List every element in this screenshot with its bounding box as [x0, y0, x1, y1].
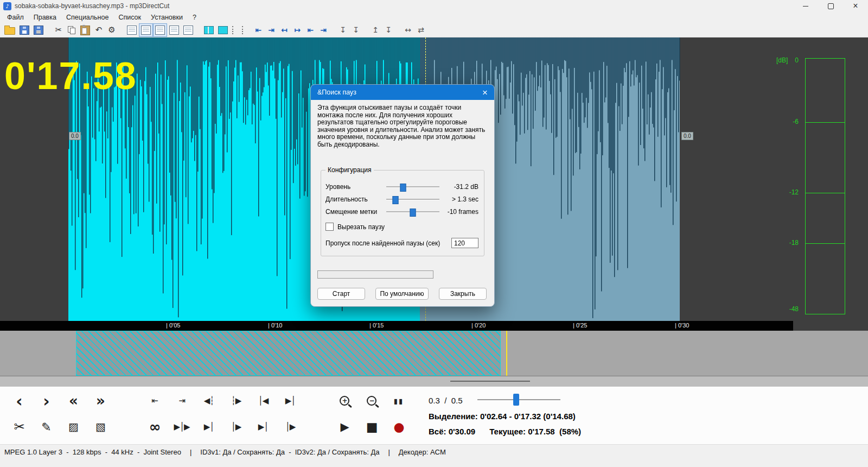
sel-start-button[interactable]: ◀┆ [195, 390, 222, 412]
save-list-icon[interactable] [34, 26, 43, 35]
prev-cue-button[interactable]: │◀ [250, 390, 277, 412]
cut-pause-checkbox[interactable] [326, 223, 334, 231]
zoom-slider-thumb[interactable] [513, 394, 519, 406]
jump-end-button[interactable]: ⇥ [168, 390, 195, 412]
edge-right-icon[interactable]: ↦ [293, 25, 302, 35]
level-up-icon[interactable]: ↥ [371, 25, 380, 35]
play-from-cut-button[interactable]: │▶ [222, 416, 250, 438]
vu-stereo-icon[interactable] [204, 26, 214, 34]
snap-right-icon[interactable]: ⇥ [319, 25, 328, 35]
snap-left-icon[interactable]: ⇤ [306, 25, 315, 35]
record-button[interactable]: ● [385, 416, 412, 438]
gain-marker-left[interactable]: 0.0 [69, 132, 81, 140]
dialog-close-button[interactable]: × [482, 88, 488, 97]
fast-back-button[interactable]: « [60, 390, 87, 415]
doc-view-3-icon[interactable] [155, 26, 165, 35]
marker-drop-2-icon[interactable]: ↧ [352, 25, 360, 35]
zoom-in-button[interactable]: + [331, 390, 358, 412]
overview-selection[interactable] [76, 331, 501, 376]
cue-right-icon[interactable]: ⇥ [267, 25, 276, 35]
fast-forward-button[interactable]: » [87, 390, 114, 415]
timeline-tick: | 0'05 [166, 322, 180, 329]
undo-icon[interactable]: ↶ [94, 25, 103, 35]
slider-track[interactable] [386, 207, 439, 216]
doc-view-1-icon[interactable] [127, 26, 137, 35]
slider-value: > 1.3 sec [443, 195, 478, 203]
sel-begin-button[interactable]: ▨ [60, 416, 87, 438]
slider-thumb[interactable] [392, 196, 398, 204]
doc-view-4-icon[interactable] [169, 26, 179, 35]
scroll-thumb[interactable] [450, 381, 530, 382]
menu-edit[interactable]: Правка [29, 12, 61, 22]
edge-left-icon[interactable]: ↤ [280, 25, 289, 35]
defaults-button[interactable]: По умолчанию [375, 288, 429, 300]
expand-horizontal-icon[interactable]: ↔ [404, 25, 412, 35]
play-after-button[interactable]: │▶ [277, 416, 304, 438]
status-format: MPEG 1.0 Layer 3 - 128 kbps - 44 kHz - J… [4, 448, 181, 456]
sel-finish-button[interactable]: ▧ [87, 416, 114, 438]
settings-gear-icon[interactable]: ⚙ [107, 25, 116, 35]
dialog-title: &Поиск пауз [317, 89, 356, 96]
save-audio-icon[interactable] [20, 26, 29, 35]
play-skip-button[interactable]: ▶│▶ [168, 416, 195, 438]
skip-input[interactable] [451, 238, 478, 248]
zoom-in-icon: + [340, 396, 349, 406]
slider-thumb[interactable] [410, 209, 416, 217]
close-button[interactable]: × [843, 0, 868, 12]
play-to-cut-button[interactable]: ▶│ [195, 416, 222, 438]
play-button[interactable]: ▶ [331, 416, 358, 438]
menu-settings[interactable]: Установки [146, 12, 188, 22]
marker-drop-1-icon[interactable]: ↧ [339, 25, 347, 35]
slider-label: Уровень [326, 183, 386, 191]
level-down-icon[interactable]: ↧ [384, 25, 393, 35]
dialog-body: Эта функция отыскивает паузы и создаёт т… [311, 100, 494, 306]
start-button[interactable]: Старт [317, 288, 365, 300]
toolbar-group [127, 26, 193, 35]
copy-icon[interactable] [67, 26, 76, 34]
minimize-button[interactable] [793, 0, 818, 12]
open-file-icon[interactable] [4, 27, 15, 35]
slider-track[interactable] [386, 182, 439, 191]
cue-left-icon[interactable]: ⇤ [254, 25, 263, 35]
menu-help[interactable]: ? [188, 12, 201, 22]
cut-icon[interactable]: ✂ [54, 25, 63, 35]
maximize-button[interactable] [818, 0, 843, 12]
doc-view-2-icon[interactable] [141, 26, 151, 35]
timeline-tick: | 0'30 [675, 322, 689, 329]
menu-file[interactable]: Файл [2, 12, 29, 22]
toolbar-group: ✂↶⚙ [54, 25, 116, 35]
zoom-out-button[interactable]: − [358, 390, 385, 412]
pause-button[interactable]: ▮▮ [385, 390, 412, 412]
cut-button[interactable]: ✂ [5, 416, 33, 438]
edit-button[interactable]: ✎ [33, 416, 60, 438]
toolbar-group: ⇤⇥↤↦⇤⇥ [254, 25, 328, 35]
menu-special[interactable]: Специальное [61, 12, 113, 22]
transport-row-2: ✂✎▨▧∞▶│▶▶││▶▶││▶▶■● [5, 416, 412, 440]
close-dialog-button[interactable]: Закрыть [439, 288, 487, 300]
grid-dots-icon[interactable] [232, 26, 243, 34]
overview-bar[interactable] [0, 331, 868, 376]
paste-icon[interactable] [80, 26, 90, 35]
current-label: Текущее: [489, 427, 526, 436]
dialog-titlebar[interactable]: &Поиск пауз × [311, 85, 494, 100]
vu-mono-icon[interactable] [218, 26, 228, 34]
scroll-strip[interactable] [0, 376, 868, 387]
step-back-button[interactable]: ‹ [5, 390, 33, 416]
zoom-slider[interactable] [477, 394, 560, 406]
step-forward-button[interactable]: › [33, 390, 60, 416]
timeline-tick: | 0'15 [369, 322, 384, 329]
sel-end-button[interactable]: ┆▶ [222, 390, 250, 412]
gain-marker-right[interactable]: 0.0 [681, 132, 693, 140]
doc-view-5-icon[interactable] [183, 26, 193, 35]
menu-list[interactable]: Список [113, 12, 146, 22]
slider-thumb[interactable] [400, 184, 406, 192]
slider-track[interactable] [386, 195, 439, 204]
total-label: Всё: [429, 427, 446, 436]
jump-start-button[interactable]: ⇤ [141, 390, 168, 412]
play-before-button[interactable]: ▶│ [250, 416, 277, 438]
timeline: | 0'05| 0'10| 0'15| 0'20| 0'25| 0'30 [0, 321, 793, 331]
swap-direction-icon[interactable]: ⇄ [417, 25, 425, 35]
next-cue-button[interactable]: ▶│ [277, 390, 304, 412]
stop-button[interactable]: ■ [358, 416, 385, 438]
loop-button[interactable]: ∞ [141, 416, 168, 440]
